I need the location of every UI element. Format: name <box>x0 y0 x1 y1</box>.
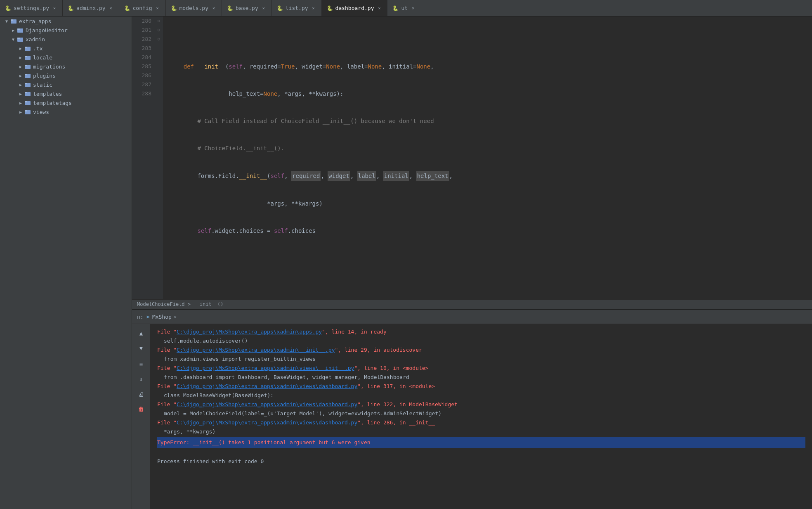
sidebar-item-djangoueditor[interactable]: ▶ DjangoUeditor <box>0 26 132 35</box>
tab-dashboard[interactable]: 🐍 dashboard.py ✕ <box>322 0 388 16</box>
terminal-tab-close[interactable]: ✕ <box>174 315 177 319</box>
settings-icon[interactable]: ≡ <box>135 359 147 370</box>
tab-close-icon[interactable]: ✕ <box>376 5 382 11</box>
python-icon: 🐍 <box>171 5 177 11</box>
tab-base[interactable]: 🐍 base.py ✕ <box>222 0 272 16</box>
svg-rect-19 <box>25 101 27 102</box>
delete-icon[interactable]: 🗑 <box>135 403 147 415</box>
error-link-6[interactable]: C:\djgo_proj\MxShop\extra_apps\xadmin\vi… <box>177 419 357 426</box>
tab-bar: 🐍 settings.py ✕ 🐍 adminx.py ✕ 🐍 config ✕… <box>0 0 812 17</box>
code-line-288 <box>170 253 812 263</box>
sidebar-item-label: xadmin <box>26 36 45 43</box>
python-icon: 🐍 <box>5 5 11 11</box>
sidebar-item-migrations[interactable]: ▶ migrations <box>0 62 132 71</box>
tab-close-icon[interactable]: ✕ <box>261 5 267 11</box>
python-icon: 🐍 <box>227 5 233 11</box>
terminal-main: ▲ ▼ ≡ ⬇ 🖨 🗑 File "C:\djgo_proj\MxShop\ex… <box>132 324 812 509</box>
sidebar-item-label: static <box>33 82 52 88</box>
arrow-icon: ▶ <box>17 110 24 114</box>
sidebar-item-label: locale <box>33 54 52 61</box>
arrow-icon: ▶ <box>17 83 24 87</box>
error-link-5[interactable]: C:\djgo_proj\MxShop\extra_apps\xadmin\vi… <box>177 401 357 407</box>
tab-settings[interactable]: 🐍 settings.py ✕ <box>0 0 63 16</box>
tab-models[interactable]: 🐍 models.py ✕ <box>166 0 222 16</box>
svg-rect-11 <box>25 65 27 66</box>
terminal-label: n: <box>137 314 144 320</box>
terminal-left-toolbar: ▲ ▼ ≡ ⬇ 🖨 🗑 <box>132 324 151 509</box>
tab-config[interactable]: 🐍 config ✕ <box>119 0 166 16</box>
code-line-280 <box>170 35 812 44</box>
terminal-tab-label: MxShop <box>152 314 172 320</box>
folder-icon <box>17 36 24 43</box>
terminal-line-6: from .dashboard import Dashboard, BaseWi… <box>157 373 805 382</box>
download-icon[interactable]: ⬇ <box>135 374 147 385</box>
sidebar-item-label: plugins <box>33 73 56 79</box>
terminal-header: n: ▶ MxShop ✕ <box>132 310 812 324</box>
sidebar-item-plugins[interactable]: ▶ plugins <box>0 71 132 80</box>
svg-rect-15 <box>25 83 27 84</box>
python-icon: 🐍 <box>124 5 130 11</box>
sidebar-item-xadmin[interactable]: ▼ xadmin <box>0 35 132 44</box>
svg-rect-13 <box>25 74 27 75</box>
code-line-282: help_text=None, *args, **kwargs): <box>170 89 812 98</box>
editor-area: 280 281 282 283 284 285 286 287 288 ⊖ ⊖ <box>132 17 812 509</box>
tab-close-icon[interactable]: ✕ <box>108 5 114 11</box>
svg-rect-9 <box>25 56 27 57</box>
type-error-text: TypeError: __init__() takes 1 positional… <box>157 439 371 445</box>
tab-close-icon[interactable]: ✕ <box>211 5 217 11</box>
breadcrumb-bar: ModelChoiceField > __init__() <box>132 299 812 309</box>
sidebar-item-label: DjangoUeditor <box>26 27 68 33</box>
sidebar-item-locale[interactable]: ▶ locale <box>0 53 132 62</box>
code-line-286: *args, **kwargs) <box>170 199 812 208</box>
tab-adminx[interactable]: 🐍 adminx.py ✕ <box>63 0 119 16</box>
tab-close-icon[interactable]: ✕ <box>52 5 57 11</box>
tab-label: dashboard.py <box>335 5 374 11</box>
tab-close-icon[interactable]: ✕ <box>410 5 416 11</box>
arrow-icon: ▶ <box>17 55 24 60</box>
tab-label: models.py <box>179 5 208 11</box>
terminal-blank <box>157 448 805 457</box>
sidebar: ▼ extra_apps ▶ DjangoUeditor ▼ xadmin ▶ <box>0 17 132 509</box>
folder-icon <box>24 63 31 70</box>
tab-label: settings.py <box>14 5 49 11</box>
tab-close-icon[interactable]: ✕ <box>311 5 316 11</box>
tab-list[interactable]: 🐍 list.py ✕ <box>272 0 322 16</box>
run-icon: ▶ <box>147 314 150 320</box>
terminal-line-7: File "C:\djgo_proj\MxShop\extra_apps\xad… <box>157 382 805 391</box>
print-icon[interactable]: 🖨 <box>135 388 147 400</box>
terminal-output[interactable]: File "C:\djgo_proj\MxShop\extra_apps\xad… <box>151 324 812 509</box>
python-icon: 🐍 <box>327 5 333 11</box>
terminal-line-10: model = ModelChoiceField(label=_(u'Targe… <box>157 409 805 418</box>
python-icon: 🐍 <box>68 5 74 11</box>
tab-close-icon[interactable]: ✕ <box>155 5 161 11</box>
folder-icon <box>24 90 31 97</box>
terminal-error-selected: TypeError: __init__() takes 1 positional… <box>157 437 805 448</box>
terminal-tab-mxshop[interactable]: ▶ MxShop ✕ <box>147 314 177 320</box>
svg-rect-21 <box>25 110 27 111</box>
scroll-up-button[interactable]: ▲ <box>135 327 147 339</box>
code-line-281: def __init__(self, required=True, widget… <box>170 62 812 71</box>
code-line-285: forms.Field.__init__(self, required, wid… <box>170 171 812 181</box>
error-link-2[interactable]: C:\djgo_proj\MxShop\extra_apps\xadmin\__… <box>177 347 335 353</box>
error-link-3[interactable]: C:\djgo_proj\MxShop\extra_apps\xadmin\vi… <box>177 365 354 371</box>
terminal-area: n: ▶ MxShop ✕ ▲ ▼ ≡ ⬇ 🖨 🗑 <box>132 309 812 509</box>
sidebar-item-templatetags[interactable]: ▶ templatetags <box>0 98 132 107</box>
sidebar-item-label: .tx <box>33 45 42 52</box>
error-link-1[interactable]: C:\djgo_proj\MxShop\extra_apps\xadmin\ap… <box>177 329 322 335</box>
folder-icon <box>10 18 17 24</box>
python-icon: 🐍 <box>392 5 399 11</box>
sidebar-item-extra-apps[interactable]: ▼ extra_apps <box>0 17 132 26</box>
sidebar-item-tx[interactable]: ▶ .tx <box>0 44 132 53</box>
sidebar-item-label: templatetags <box>33 100 72 106</box>
tab-ut[interactable]: 🐍 ut ✕ <box>387 0 421 16</box>
sidebar-item-templates[interactable]: ▶ templates <box>0 89 132 98</box>
code-lines: def __init__(self, required=True, widget… <box>163 17 812 299</box>
scroll-down-button[interactable]: ▼ <box>135 342 147 354</box>
code-line-283: # Call Field instead of ChoiceField __in… <box>170 116 812 125</box>
error-link-4[interactable]: C:\djgo_proj\MxShop\extra_apps\xadmin\vi… <box>177 383 357 389</box>
sidebar-item-views[interactable]: ▶ views <box>0 107 132 116</box>
sidebar-item-static[interactable]: ▶ static <box>0 80 132 89</box>
tab-label: base.py <box>236 5 258 11</box>
code-editor[interactable]: 280 281 282 283 284 285 286 287 288 ⊖ ⊖ <box>132 17 812 299</box>
fold-gutter: ⊖ ⊖ ⊖ <box>155 17 163 299</box>
